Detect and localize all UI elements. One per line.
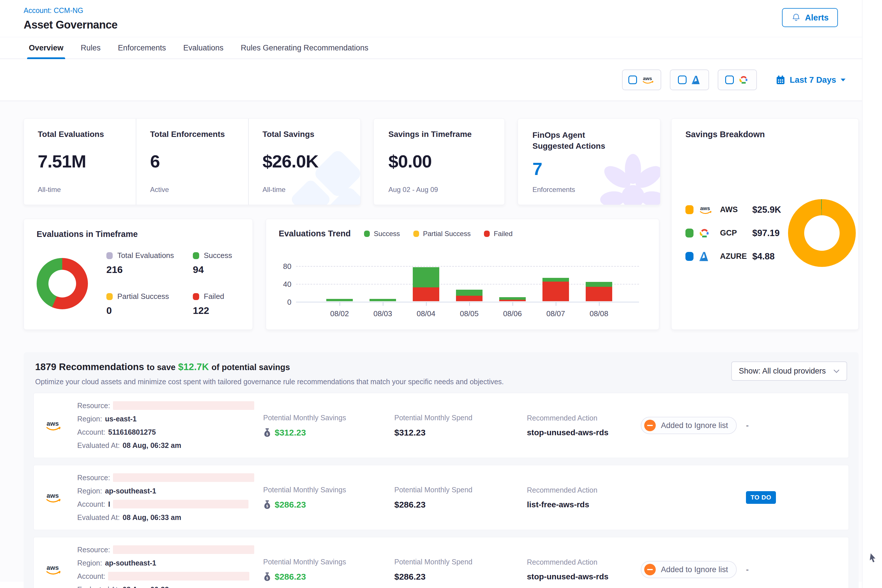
- trend-legend-success: Success: [364, 230, 400, 238]
- provider-filter-aws[interactable]: aws: [622, 69, 661, 90]
- added-to-ignore-list-badge[interactable]: Added to Ignore list: [641, 417, 737, 434]
- tab-rules[interactable]: Rules: [81, 37, 100, 58]
- money-bag-icon: $: [263, 572, 271, 581]
- total-evaluations-value: 7.51M: [38, 151, 122, 171]
- bar-segment-failed: [456, 296, 483, 301]
- trend-bar-08/04: [413, 267, 439, 301]
- svg-text:$: $: [266, 576, 268, 580]
- stat-total-savings: Total Savings $26.0K All-time: [248, 119, 361, 205]
- minus-circle-icon: [644, 420, 656, 431]
- aws-logo-icon: aws: [44, 419, 77, 432]
- azure-checkbox[interactable]: [678, 75, 687, 84]
- legend-azure: AZURE $4.88: [686, 251, 781, 262]
- todo-status-badge[interactable]: TO DO: [746, 491, 776, 504]
- x-axis-labels: 08/02 08/03 08/04 08/05 08/06 08/07 08/0…: [326, 309, 639, 318]
- bar-segment-failed: [499, 300, 526, 301]
- tab-evaluations[interactable]: Evaluations: [183, 37, 224, 58]
- stat-total-enforcements: Total Enforcements 6 Active: [136, 119, 248, 205]
- bell-icon: [791, 13, 801, 22]
- bar-segment-failed: [543, 282, 569, 301]
- gcp-logo-icon: [738, 75, 749, 85]
- mouse-cursor: [869, 553, 877, 563]
- savings-in-timeframe-card: Savings in Timeframe $0.00 Aug 02 - Aug …: [374, 118, 505, 205]
- legend-failed: Failed 122: [193, 292, 253, 316]
- potential-monthly-spend: Potential Monthly Spend $286.23: [394, 486, 527, 510]
- evaluations-trend-card: Evaluations Trend Success Partial Succes…: [266, 219, 659, 330]
- trend-bar-08/02: [326, 299, 353, 301]
- money-bag-icon: $: [263, 428, 271, 437]
- resource-details: Resource: Region:ap-southeast-1 Account:…: [77, 543, 263, 588]
- total-evaluations-dot: [106, 252, 113, 259]
- potential-monthly-savings: Potential Monthly Savings $ $286.23: [263, 486, 394, 510]
- azure-swatch: [686, 252, 693, 261]
- recommendations-title: 1879 Recommendations to save $12.7K of p…: [35, 362, 504, 372]
- summary-stats-card: Total Evaluations 7.51M All-time Total E…: [24, 118, 361, 205]
- recommended-action: Recommended Action stop-unused-aws-rds: [527, 414, 641, 437]
- savings-breakdown-card: Savings Breakdown aws AWS $25.9K: [671, 118, 859, 330]
- success-dot: [193, 252, 199, 259]
- redacted-resource: [113, 545, 254, 554]
- finops-agent-value: 7: [532, 159, 646, 179]
- tab-bar: Overview Rules Enforcements Evaluations …: [0, 37, 862, 59]
- svg-text:aws: aws: [47, 564, 59, 571]
- gcp-swatch: [686, 229, 693, 237]
- aws-logo-icon: aws: [44, 491, 77, 504]
- potential-monthly-spend: Potential Monthly Spend $286.23: [394, 558, 527, 582]
- tab-rules-generating-recommendations[interactable]: Rules Generating Recommendations: [241, 37, 368, 58]
- x-axis-tick: 08/03: [369, 309, 396, 318]
- page-header: Account: CCM-NG Asset Governance Alerts: [0, 0, 862, 37]
- x-axis-tick: 08/02: [326, 309, 353, 318]
- redacted-resource: [113, 473, 254, 482]
- evaluations-legend: Total Evaluations 216 Success 94 Partial…: [106, 251, 253, 316]
- svg-text:aws: aws: [47, 492, 59, 499]
- calendar-icon: [776, 75, 786, 85]
- tab-overview[interactable]: Overview: [29, 37, 63, 58]
- gcp-checkbox[interactable]: [725, 75, 734, 84]
- account-breadcrumb-link[interactable]: Account: CCM-NG: [24, 6, 83, 15]
- svg-text:aws: aws: [700, 205, 710, 211]
- failed-dot: [193, 293, 199, 300]
- resource-details: Resource: Region:us-east-1 Account:51161…: [77, 399, 263, 452]
- x-axis-tick: 08/05: [456, 309, 483, 318]
- recommendation-row[interactable]: aws Resource: Region:ap-southeast-1 Acco…: [33, 465, 849, 530]
- trend-bar-08/06: [499, 297, 526, 301]
- partial-success-dot: [413, 231, 419, 237]
- azure-logo-icon: [691, 75, 701, 85]
- provider-filter-azure[interactable]: [670, 69, 709, 90]
- alerts-button[interactable]: Alerts: [782, 8, 838, 27]
- date-range-picker[interactable]: Last 7 Days: [776, 75, 846, 85]
- y-axis-tick: 80: [279, 262, 291, 271]
- potential-monthly-savings: Potential Monthly Savings $ $286.23: [263, 558, 394, 582]
- savings-breakdown-title: Savings Breakdown: [686, 130, 844, 139]
- trend-legend-failed: Failed: [484, 230, 513, 238]
- bar-segment-success: [413, 267, 439, 287]
- legend-total-evaluations: Total Evaluations 216: [106, 251, 193, 275]
- bar-segment-success: [586, 282, 612, 287]
- gcp-logo-icon: [698, 228, 716, 238]
- money-bag-icon: $: [263, 500, 271, 509]
- bar-segment-success: [499, 297, 526, 300]
- y-axis-tick: 40: [279, 280, 291, 289]
- evaluations-trend-chart: 80 40 0 08/02 08/03 08/04 08/05 08/06 08…: [296, 266, 639, 318]
- status-dash: -: [746, 421, 838, 430]
- x-axis-tick: 08/08: [586, 309, 612, 318]
- aws-checkbox[interactable]: [628, 75, 637, 84]
- total-savings-value: $26.0K: [262, 151, 347, 171]
- failed-dot: [484, 231, 490, 237]
- cloud-provider-filter-dropdown[interactable]: Show: All cloud providers: [731, 362, 847, 381]
- redacted-resource: [113, 401, 254, 410]
- recommendation-row[interactable]: aws Resource: Region:ap-southeast-1 Acco…: [33, 537, 849, 588]
- success-dot: [364, 231, 370, 237]
- tab-enforcements[interactable]: Enforcements: [118, 37, 166, 58]
- trend-bar-08/03: [369, 299, 396, 301]
- redacted-account: [113, 500, 249, 508]
- savings-in-timeframe-value: $0.00: [388, 151, 490, 171]
- provider-filter-gcp[interactable]: [718, 69, 757, 90]
- added-to-ignore-list-badge[interactable]: Added to Ignore list: [641, 561, 737, 578]
- aws-swatch: [686, 205, 693, 214]
- y-axis-tick: 0: [279, 298, 291, 307]
- savings-breakdown-legend: aws AWS $25.9K GCP $97.19: [686, 205, 781, 262]
- aws-logo-icon: aws: [698, 205, 716, 215]
- recommendation-row[interactable]: aws Resource: Region:us-east-1 Account:5…: [33, 393, 849, 458]
- total-enforcements-value: 6: [150, 151, 234, 171]
